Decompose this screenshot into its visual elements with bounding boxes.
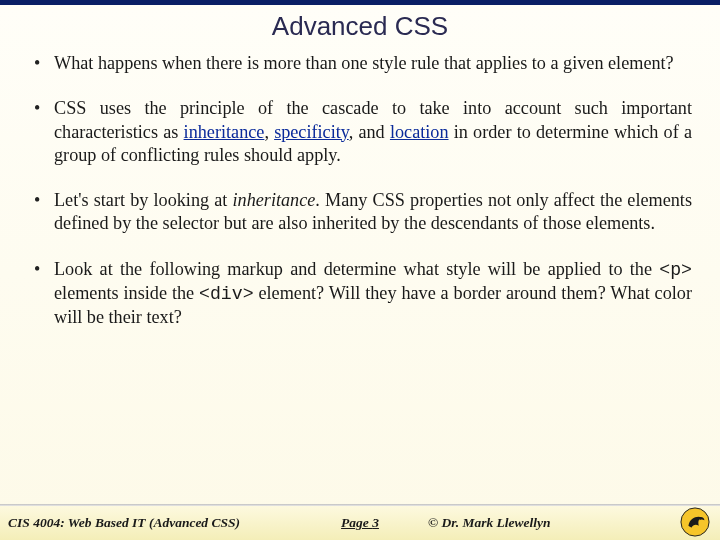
bullet-item: What happens when there is more than one… xyxy=(34,52,692,75)
bullet-text: elements inside the xyxy=(54,283,199,303)
slide-body: What happens when there is more than one… xyxy=(0,52,720,330)
footer-wrap: CIS 4004: Web Based IT (Advanced CSS) Pa… xyxy=(0,504,720,540)
bullet-item: CSS uses the principle of the cascade to… xyxy=(34,97,692,167)
bullet-list: What happens when there is more than one… xyxy=(34,52,692,330)
slide-title: Advanced CSS xyxy=(0,11,720,42)
code-div-tag: <div> xyxy=(199,284,254,304)
bullet-text: , and xyxy=(349,122,390,142)
term-location: location xyxy=(390,122,449,142)
footer-page-number: 3 xyxy=(372,515,379,530)
footer: CIS 4004: Web Based IT (Advanced CSS) Pa… xyxy=(0,506,720,540)
footer-copyright: © Dr. Mark Llewellyn xyxy=(428,515,551,531)
slide: Advanced CSS What happens when there is … xyxy=(0,0,720,540)
bullet-text: Let's start by looking at xyxy=(54,190,232,210)
bullet-text: Look at the following markup and determi… xyxy=(54,259,659,279)
term-specificity: specificity xyxy=(274,122,349,142)
footer-course: CIS 4004: Web Based IT (Advanced CSS) xyxy=(8,515,240,531)
term-inheritance: inheritance xyxy=(184,122,265,142)
bullet-text: , xyxy=(264,122,274,142)
bullet-item: Let's start by looking at inheritance. M… xyxy=(34,189,692,236)
bullet-item: Look at the following markup and determi… xyxy=(34,258,692,330)
italic-inheritance: inheritance xyxy=(232,190,315,210)
bullet-text: What happens when there is more than one… xyxy=(54,53,674,73)
ucf-pegasus-icon xyxy=(680,507,710,537)
footer-page-label: Page xyxy=(341,515,372,530)
code-p-tag: <p> xyxy=(659,260,692,280)
